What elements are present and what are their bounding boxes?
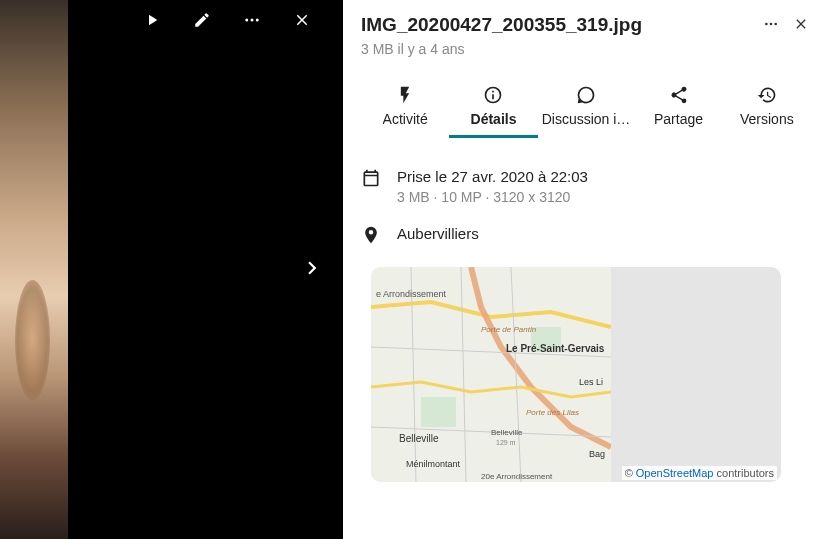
map-tiles: e Arrondissement Porte de Pantin Le Pré-… [371, 267, 611, 482]
next-image-button[interactable] [299, 255, 325, 285]
svg-point-4 [770, 23, 773, 26]
svg-point-3 [765, 23, 768, 26]
close-icon[interactable] [290, 8, 314, 32]
file-subtitle: 3 MB il y a 4 ans [361, 41, 811, 57]
svg-text:Les Li: Les Li [579, 377, 603, 387]
svg-point-1 [251, 19, 254, 22]
svg-text:Bag: Bag [589, 449, 605, 459]
svg-text:20e Arrondissement: 20e Arrondissement [481, 472, 553, 481]
chat-icon [576, 85, 596, 105]
panel-header: IMG_20200427_200355_319.jpg [361, 14, 811, 37]
tab-label: Activité [383, 111, 428, 127]
tab-label: Discussion i… [542, 111, 631, 127]
play-icon[interactable] [140, 8, 164, 32]
svg-text:129 m: 129 m [496, 439, 516, 446]
svg-point-5 [774, 23, 777, 26]
capture-info-row: Prise le 27 avr. 2020 à 22:03 3 MB · 10 … [361, 166, 811, 205]
panel-close-icon[interactable] [791, 14, 811, 34]
tab-label: Versions [740, 111, 794, 127]
tab-label: Détails [471, 111, 517, 127]
tab-activity[interactable]: Activité [361, 79, 449, 137]
location-name: Aubervilliers [397, 223, 811, 244]
svg-text:Porte de Pantin: Porte de Pantin [481, 325, 537, 334]
svg-text:Porte des Lilas: Porte des Lilas [526, 408, 579, 417]
share-icon [669, 85, 689, 105]
map[interactable]: e Arrondissement Porte de Pantin Le Pré-… [371, 267, 781, 482]
capture-meta: 3 MB · 10 MP · 3120 x 3120 [397, 189, 811, 205]
image-preview[interactable] [0, 0, 68, 539]
tab-share[interactable]: Partage [634, 79, 722, 137]
svg-text:Ménilmontant: Ménilmontant [406, 459, 461, 469]
more-icon[interactable] [240, 8, 264, 32]
svg-text:Le Pré-Saint-Gervais: Le Pré-Saint-Gervais [506, 343, 605, 354]
details-body: Prise le 27 avr. 2020 à 22:03 3 MB · 10 … [361, 138, 811, 482]
capture-date: Prise le 27 avr. 2020 à 22:03 [397, 166, 811, 187]
osm-link[interactable]: OpenStreetMap [636, 467, 714, 479]
svg-rect-6 [371, 267, 611, 482]
calendar-icon [361, 166, 383, 205]
info-icon [483, 85, 503, 105]
tab-versions[interactable]: Versions [723, 79, 811, 137]
svg-text:Belleville: Belleville [399, 433, 439, 444]
image-viewer [0, 0, 343, 539]
viewer-toolbar [140, 8, 314, 32]
location-icon [361, 223, 383, 249]
svg-point-2 [256, 19, 259, 22]
location-row: Aubervilliers [361, 223, 811, 249]
bolt-icon [395, 85, 415, 105]
edit-icon[interactable] [190, 8, 214, 32]
file-title: IMG_20200427_200355_319.jpg [361, 14, 751, 37]
svg-point-0 [245, 19, 248, 22]
panel-more-icon[interactable] [761, 14, 781, 34]
map-attribution: © OpenStreetMap contributors [622, 466, 777, 480]
history-icon [757, 85, 777, 105]
tab-label: Partage [654, 111, 703, 127]
tabs: Activité Détails Discussion i… Partage V… [361, 79, 811, 138]
tab-details[interactable]: Détails [449, 79, 537, 137]
svg-text:Belleville: Belleville [491, 428, 523, 437]
tab-discussion[interactable]: Discussion i… [538, 79, 635, 137]
svg-rect-7 [421, 397, 456, 427]
details-panel: IMG_20200427_200355_319.jpg 3 MB il y a … [343, 0, 829, 539]
svg-text:e Arrondissement: e Arrondissement [376, 289, 447, 299]
